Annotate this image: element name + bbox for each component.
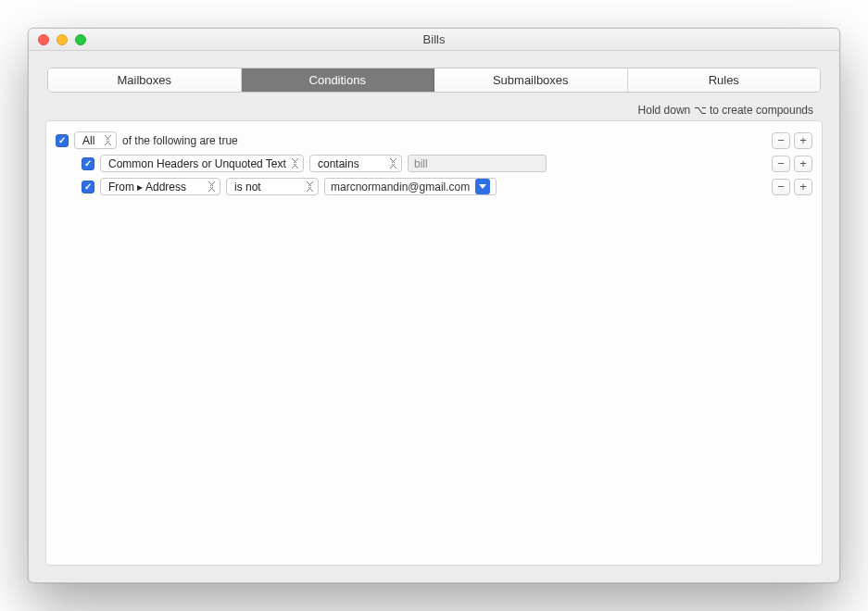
compound-hint: Hold down ⌥ to create compounds [638,104,813,117]
hint-row: Hold down ⌥ to create compounds [29,93,839,120]
condition-value-field[interactable]: bill [408,155,547,172]
tab-bar: Mailboxes Conditions Submailboxes Rules [47,68,821,93]
root-enabled-checkbox[interactable] [56,134,69,147]
titlebar: Bills [29,29,839,51]
condition-op-popup[interactable]: contains [309,155,402,172]
conditions-pane: All of the following are true − + Common… [45,120,823,566]
zoom-icon[interactable] [75,34,86,45]
traffic-lights [29,34,86,45]
condition-field-popup[interactable]: Common Headers or Unquoted Text [100,155,304,172]
condition-add-button[interactable]: + [794,156,812,172]
tab-rules[interactable]: Rules [628,69,821,92]
root-quantifier-popup[interactable]: All [74,131,117,149]
condition-field-popup[interactable]: From ▸ Address [100,178,220,195]
condition-row: Common Headers or Unquoted Text contains… [56,152,812,175]
root-add-button[interactable]: + [794,132,812,149]
condition-row: From ▸ Address is not marcnormandin@gmai… [56,175,812,198]
tab-mailboxes[interactable]: Mailboxes [48,69,242,92]
root-remove-button[interactable]: − [772,132,790,149]
root-suffix-label: of the following are true [122,134,238,147]
minimize-icon[interactable] [57,34,68,45]
condition-remove-button[interactable]: − [772,179,790,195]
condition-op-popup[interactable]: is not [226,178,319,195]
condition-enabled-checkbox[interactable] [82,181,94,193]
window-title: Bills [29,32,839,46]
condition-remove-button[interactable]: − [772,156,790,172]
token-dropdown-icon[interactable] [475,179,490,194]
close-icon[interactable] [38,34,49,45]
token-value: marcnormandin@gmail.com [331,181,470,193]
window: Bills Mailboxes Conditions Submailboxes … [28,28,840,583]
tab-conditions[interactable]: Conditions [242,69,435,92]
condition-add-button[interactable]: + [794,179,812,195]
root-condition-row: All of the following are true − + [56,129,812,152]
tab-submailboxes[interactable]: Submailboxes [434,69,628,92]
condition-enabled-checkbox[interactable] [82,157,94,170]
condition-token-field[interactable]: marcnormandin@gmail.com [324,178,497,195]
